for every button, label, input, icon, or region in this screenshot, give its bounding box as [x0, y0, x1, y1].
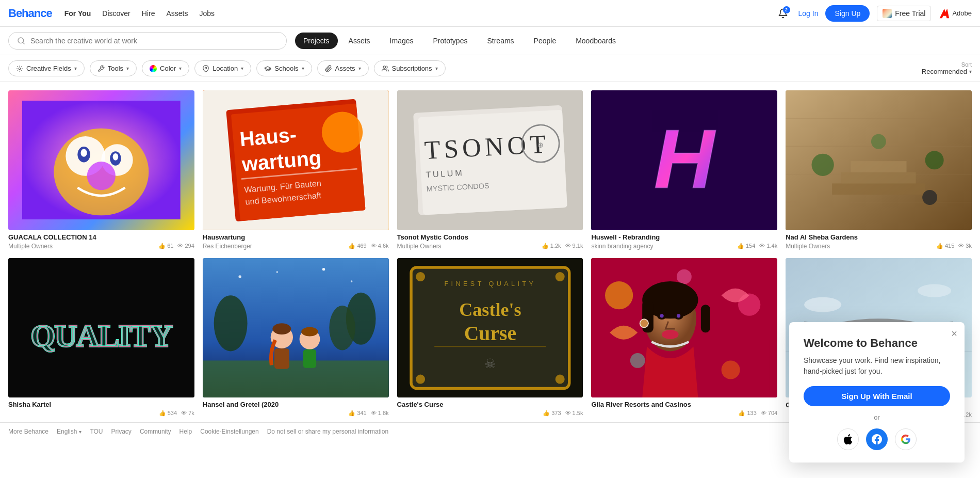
search-icon: [17, 37, 25, 45]
filter-assets[interactable]: Assets ▾: [317, 60, 369, 76]
apple-signin-button[interactable]: [837, 428, 859, 440]
project-stats: 👍 341 👁 1.8k: [348, 410, 388, 417]
project-card[interactable]: Gila River Resorts and Casinos 👍 133 👁 7…: [591, 258, 777, 419]
adobe-logo[interactable]: Adobe: [938, 8, 972, 19]
svg-point-45: [925, 151, 944, 169]
sort-value[interactable]: Recommended ▾: [922, 68, 972, 75]
nav-assets[interactable]: Assets: [166, 9, 188, 18]
nav-discover[interactable]: Discover: [102, 9, 130, 18]
project-author: Res Eichenberger: [203, 243, 252, 250]
project-card[interactable]: Haus- wartung Wartung. Für Bauten und Be…: [203, 90, 389, 250]
project-stats: 👍 415 👁 3k: [936, 243, 972, 249]
svg-point-92: [677, 314, 680, 317]
filter-location[interactable]: Location ▾: [194, 60, 251, 76]
card-bottom: 👍 534 👁 7k: [8, 410, 194, 417]
project-stats: 👍 534 👁 7k: [159, 410, 194, 417]
project-thumbnail-6: QUALITY QUALITY QUALITY: [8, 258, 194, 398]
google-signin-button[interactable]: [895, 428, 917, 440]
project-card[interactable]: TSONOT TULUM MYSTIC CONDOS ⊕ Tsonot Myst…: [397, 90, 583, 250]
footer-do-not-sell[interactable]: Do not sell or share my personal informa…: [267, 428, 388, 435]
filter-creative-fields[interactable]: Creative Fields ▾: [8, 60, 85, 76]
view-count: 👁 7k: [181, 410, 194, 417]
project-card[interactable]: QUALITY QUALITY QUALITY Shisha Kartel 👍 …: [8, 258, 194, 419]
project-info: Hansel and Gretel (2020 👍 341 👁 1.8k: [203, 397, 389, 417]
footer-more-behance[interactable]: More Behance: [8, 428, 48, 435]
location-chevron-icon: ▾: [241, 66, 243, 71]
view-count: 👁 4.6k: [371, 243, 389, 249]
project-title: Huswell - Rebranding: [591, 233, 777, 241]
main-nav: For You Discover Hire Assets Jobs: [64, 9, 215, 18]
project-info: GUACALA COLLECTION 14 Multiple Owners 👍 …: [8, 230, 194, 250]
project-card[interactable]: Nad Al Sheba Gardens Multiple Owners 👍 4…: [786, 90, 972, 250]
project-title: Castle's Curse: [397, 401, 583, 408]
project-info: Hauswartung Res Eichenberger 👍 469 👁 4.6…: [203, 230, 389, 250]
svg-rect-58: [274, 348, 289, 369]
notification-button[interactable]: 2: [775, 5, 791, 22]
view-count: 👁 3k: [958, 243, 972, 249]
search-wrap: [8, 32, 287, 50]
footer-cookie[interactable]: Cookie-Einstellungen: [200, 428, 258, 435]
filter-schools[interactable]: Schools ▾: [256, 60, 312, 76]
popup-description: Showcase your work. Find new inspiration…: [804, 355, 950, 377]
filter-tools[interactable]: Tools ▾: [90, 60, 137, 76]
card-bottom: 👍 341 👁 1.8k: [203, 410, 389, 417]
svg-text:H: H: [654, 112, 716, 205]
like-count: 👍 534: [159, 410, 177, 417]
popup-close-button[interactable]: ×: [951, 328, 957, 339]
tab-images[interactable]: Images: [381, 33, 422, 49]
project-card[interactable]: Hansel and Gretel (2020 👍 341 👁 1.8k: [203, 258, 389, 419]
project-stats: 👍 1.2k 👁 9.1k: [542, 243, 583, 249]
filter-subscriptions[interactable]: Subscriptions ▾: [374, 60, 446, 76]
facebook-signin-button[interactable]: [866, 428, 888, 440]
nav-for-you[interactable]: For You: [64, 9, 91, 18]
login-button[interactable]: Log In: [798, 9, 819, 18]
view-count: 👁 1.5k: [565, 410, 583, 417]
creative-fields-icon: [16, 65, 23, 72]
logo[interactable]: Behance: [8, 7, 52, 20]
svg-point-82: [722, 360, 740, 379]
nav-jobs[interactable]: Jobs: [199, 9, 215, 18]
subscriptions-icon: [382, 65, 389, 72]
view-count: 👁 1.8k: [371, 410, 389, 417]
tab-people[interactable]: People: [525, 33, 565, 49]
svg-point-4: [19, 68, 21, 70]
project-author: Multiple Owners: [397, 243, 442, 250]
project-thumbnail-1: [8, 90, 194, 230]
filter-color[interactable]: Color ▾: [142, 60, 189, 76]
svg-point-93: [662, 329, 678, 339]
popup-signup-email-button[interactable]: Sign Up With Email: [804, 386, 950, 406]
search-section: Projects Assets Images Prototypes Stream…: [0, 27, 980, 55]
footer-help[interactable]: Help: [179, 428, 192, 435]
svg-rect-43: [851, 161, 906, 172]
card-bottom: skinn branding agency 👍 154 👁 1.4k: [591, 243, 777, 250]
footer-privacy[interactable]: Privacy: [111, 428, 132, 435]
google-icon: [901, 434, 911, 440]
svg-rect-56: [203, 360, 389, 397]
footer-tou[interactable]: TOU: [90, 428, 103, 435]
svg-point-73: [555, 374, 564, 384]
nav-hire[interactable]: Hire: [142, 9, 155, 18]
project-card[interactable]: H H Huswell - Rebranding skinn branding …: [591, 90, 777, 250]
search-input[interactable]: [30, 37, 278, 45]
project-card[interactable]: Castle's Curse ☠ FINEST QUALITY Castle's…: [397, 258, 583, 419]
assets-chevron-icon: ▾: [358, 66, 361, 71]
project-thumbnail-8: Castle's Curse ☠ FINEST QUALITY: [397, 258, 583, 398]
tab-streams[interactable]: Streams: [478, 33, 522, 49]
signup-button[interactable]: Sign Up: [825, 5, 870, 22]
tab-projects[interactable]: Projects: [295, 33, 338, 49]
sort-value-text: Recommended: [922, 68, 967, 75]
project-title: Nad Al Sheba Gardens: [786, 233, 972, 241]
tab-moodboards[interactable]: Moodboards: [567, 33, 625, 49]
project-card[interactable]: GUACALA COLLECTION 14 Multiple Owners 👍 …: [8, 90, 194, 250]
card-bottom: 👍 373 👁 1.5k: [397, 410, 583, 417]
tab-prototypes[interactable]: Prototypes: [424, 33, 477, 49]
project-title: Shisha Kartel: [8, 401, 194, 408]
filter-assets-label: Assets: [335, 65, 355, 72]
footer-community[interactable]: Community: [140, 428, 171, 435]
filter-creative-fields-label: Creative Fields: [26, 65, 71, 72]
adobe-icon: [938, 8, 950, 19]
svg-point-80: [605, 281, 633, 309]
header-right: 2 Log In Sign Up Free Trial Adobe: [775, 5, 972, 22]
tab-assets[interactable]: Assets: [340, 33, 379, 49]
free-trial-button[interactable]: Free Trial: [877, 6, 931, 21]
